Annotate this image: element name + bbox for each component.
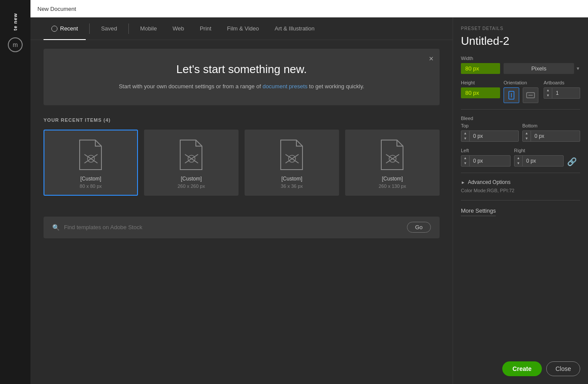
advanced-chevron-icon: ► bbox=[461, 180, 465, 185]
bottom-buttons: Create Close bbox=[502, 361, 580, 376]
tab-film[interactable]: Film & Video bbox=[219, 17, 267, 40]
recent-item-name-1: [Custom] bbox=[149, 176, 233, 182]
top-up-arrow[interactable]: ▲ bbox=[461, 131, 469, 136]
recent-item-0[interactable]: [Custom] 80 x 80 px bbox=[44, 130, 138, 196]
search-icon: 🔍 bbox=[52, 224, 60, 231]
left-label: Left bbox=[461, 148, 511, 153]
title-bar-right bbox=[453, 0, 588, 17]
top-value: 0 px bbox=[470, 131, 518, 141]
width-label: Width bbox=[461, 56, 580, 61]
right-spinner[interactable]: ▲ ▼ 0 px bbox=[514, 155, 564, 167]
left-up-arrow[interactable]: ▲ bbox=[461, 156, 469, 161]
preset-section-label: PRESET DETAILS bbox=[461, 26, 580, 31]
tabs-bar: Recent Saved Mobile Web Print Film & Vid… bbox=[30, 17, 453, 40]
bottom-value: 0 px bbox=[531, 131, 580, 141]
circle-button[interactable]: m bbox=[8, 37, 23, 52]
tab-saved-label: Saved bbox=[101, 25, 117, 32]
right-up-arrow[interactable]: ▲ bbox=[514, 156, 522, 161]
bottom-down-arrow[interactable]: ▼ bbox=[523, 136, 531, 141]
color-mode-text: Color Mode:RGB, PPI:72 bbox=[461, 188, 580, 193]
left-value: 0 px bbox=[470, 156, 510, 166]
tab-recent[interactable]: Recent bbox=[44, 17, 86, 40]
tab-divider bbox=[89, 23, 90, 34]
more-settings-button[interactable]: More Settings bbox=[461, 207, 496, 216]
go-button[interactable]: Go bbox=[407, 222, 431, 233]
banner-link[interactable]: document presets bbox=[262, 83, 307, 90]
artboards-arrows[interactable]: ▲ ▼ bbox=[544, 88, 552, 98]
height-label: Height bbox=[461, 80, 500, 85]
advanced-options-row[interactable]: ► Advanced Options bbox=[461, 179, 580, 185]
recent-item-name-2: [Custom] bbox=[250, 176, 334, 182]
preset-title: Untitled-2 bbox=[461, 34, 580, 48]
recent-item-1[interactable]: [Custom] 260 x 260 px bbox=[144, 130, 239, 196]
left-down-arrow[interactable]: ▼ bbox=[461, 161, 469, 166]
recent-item-2[interactable]: [Custom] 36 x 36 px bbox=[245, 130, 339, 196]
tab-film-label: Film & Video bbox=[227, 25, 259, 32]
banner-body: Start with your own document settings or… bbox=[57, 82, 427, 91]
tab-art[interactable]: Art & Illustration bbox=[267, 17, 323, 40]
unit-dropdown[interactable]: Pixels bbox=[504, 63, 574, 74]
portrait-button[interactable] bbox=[504, 87, 519, 103]
right-value: 0 px bbox=[523, 156, 563, 166]
tab-print[interactable]: Print bbox=[192, 17, 219, 40]
tab-web[interactable]: Web bbox=[165, 17, 192, 40]
artboards-up-arrow[interactable]: ▲ bbox=[544, 88, 552, 93]
doc-icon-0 bbox=[78, 139, 104, 170]
bleed-top-bottom: Top ▲ ▼ 0 px Bottom ▲ ▼ 0 px bbox=[461, 123, 580, 142]
top-label: Top bbox=[461, 123, 519, 128]
search-bar: 🔍 Go bbox=[44, 217, 440, 238]
recent-item-3[interactable]: [Custom] 260 x 130 px bbox=[345, 130, 440, 196]
height-value[interactable]: 80 px bbox=[461, 87, 500, 98]
top-down-arrow[interactable]: ▼ bbox=[461, 136, 469, 141]
tab-recent-label: Recent bbox=[60, 25, 78, 32]
recent-item-name-3: [Custom] bbox=[350, 176, 434, 182]
top-spinner[interactable]: ▲ ▼ 0 px bbox=[461, 130, 519, 142]
link-bleed-icon[interactable]: 🔗 bbox=[567, 157, 580, 167]
bottom-label: Bottom bbox=[522, 123, 580, 128]
tab-mobile-label: Mobile bbox=[140, 25, 157, 32]
doc-icon-3 bbox=[380, 139, 406, 170]
tab-saved[interactable]: Saved bbox=[93, 17, 125, 40]
tab-print-label: Print bbox=[200, 25, 212, 32]
unit-chevron-icon: ▼ bbox=[576, 66, 580, 71]
recent-item-name-0: [Custom] bbox=[49, 176, 133, 182]
bottom-spinner[interactable]: ▲ ▼ 0 px bbox=[522, 130, 580, 142]
clock-icon bbox=[51, 26, 57, 32]
doc-icon-2 bbox=[279, 139, 305, 170]
tab-web-label: Web bbox=[172, 25, 184, 32]
tab-divider-2 bbox=[128, 23, 129, 34]
advanced-options-label: Advanced Options bbox=[468, 179, 511, 185]
recent-section: YOUR RECENT ITEMS (4) [Custom] 80 x 80 p… bbox=[44, 117, 440, 196]
width-value[interactable]: 80 px bbox=[461, 63, 500, 74]
recent-item-dims-0: 80 x 80 px bbox=[49, 184, 133, 189]
tab-mobile[interactable]: Mobile bbox=[132, 17, 165, 40]
dialog-title: New Document bbox=[37, 6, 76, 12]
bottom-up-arrow[interactable]: ▲ bbox=[523, 131, 531, 136]
banner-heading: Let's start something new. bbox=[57, 63, 427, 76]
divider-3 bbox=[461, 200, 580, 200]
artboards-label: Artboards bbox=[544, 80, 580, 85]
recent-title: YOUR RECENT ITEMS (4) bbox=[44, 117, 440, 123]
close-button[interactable]: Close bbox=[546, 361, 580, 376]
orientation-label: Orientation bbox=[504, 80, 540, 85]
doc-icon-1 bbox=[178, 139, 205, 170]
recent-item-dims-2: 36 x 36 px bbox=[250, 184, 334, 189]
create-button[interactable]: Create bbox=[502, 361, 542, 376]
sidebar-label: te new bbox=[13, 13, 18, 30]
main-content: × Let's start something new. Start with … bbox=[30, 40, 453, 384]
left-spinner[interactable]: ▲ ▼ 0 px bbox=[461, 155, 511, 167]
artboards-down-arrow[interactable]: ▼ bbox=[544, 93, 552, 98]
title-bar: New Document bbox=[30, 0, 453, 17]
banner-close-button[interactable]: × bbox=[429, 55, 433, 63]
divider-1 bbox=[461, 109, 580, 110]
tab-art-label: Art & Illustration bbox=[275, 25, 315, 32]
right-panel: PRESET DETAILS Untitled-2 Width 80 px Pi… bbox=[453, 17, 588, 384]
welcome-banner: × Let's start something new. Start with … bbox=[44, 49, 440, 105]
landscape-button[interactable] bbox=[523, 87, 538, 103]
right-down-arrow[interactable]: ▼ bbox=[514, 161, 522, 166]
artboards-spinner[interactable]: ▲ ▼ 1 bbox=[544, 87, 580, 99]
recent-item-dims-3: 260 x 130 px bbox=[350, 184, 434, 189]
search-input[interactable] bbox=[64, 224, 403, 230]
left-sidebar: te new m bbox=[0, 0, 30, 384]
bleed-label: Bleed bbox=[461, 116, 580, 121]
